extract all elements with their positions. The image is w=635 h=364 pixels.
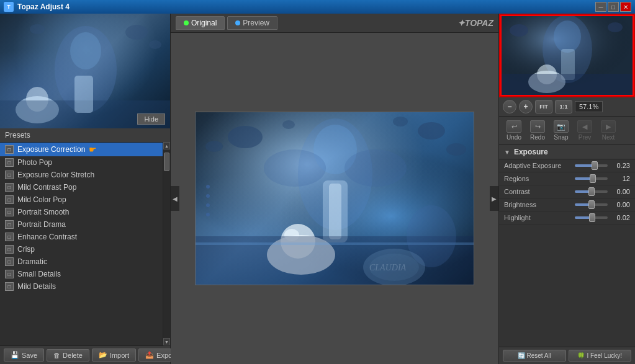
preset-item-icon: □: [5, 220, 14, 229]
preset-item[interactable]: □Portrait Smooth: [0, 206, 163, 218]
highlight-slider[interactable]: [575, 213, 608, 222]
nav-right-button[interactable]: ▶: [490, 186, 498, 211]
exposure-triangle-icon: ▼: [504, 149, 510, 156]
presets-list[interactable]: □Exposure Correction☛□Photo Pop□Exposure…: [0, 142, 163, 345]
preset-item[interactable]: □Enhance Contrast: [0, 231, 163, 243]
save-button[interactable]: 💾 Save: [4, 348, 44, 362]
svg-point-43: [510, 24, 528, 37]
slider-thumb[interactable]: [590, 174, 596, 183]
preset-item[interactable]: □Dramatic: [0, 255, 163, 268]
preset-item-label: Portrait Drama: [17, 220, 66, 229]
svg-text:CLAUDIA: CLAUDIA: [369, 263, 407, 272]
preset-item-icon: □: [5, 158, 14, 167]
preset-item-icon: □: [5, 270, 14, 278]
redo-icon: ↪: [530, 120, 545, 133]
svg-point-39: [554, 20, 581, 53]
zoom-controls: − + FIT 1:1 57.1%: [499, 97, 635, 117]
tab-preview[interactable]: Preview: [227, 16, 277, 30]
adaptive-exposure-slider[interactable]: [575, 161, 608, 170]
brightness-row: Brightness 0.00: [499, 198, 635, 211]
mini-preview-image: [500, 15, 634, 96]
close-button[interactable]: ✕: [620, 2, 631, 12]
svg-point-17: [228, 126, 263, 148]
exposure-section-label: Exposure: [514, 148, 548, 156]
undo-button[interactable]: ↩ Undo: [503, 119, 525, 142]
slider-track: [575, 203, 608, 206]
contrast-row: Contrast 0.00: [499, 185, 635, 198]
preset-item-label: Mild Contrast Pop: [17, 183, 76, 192]
hide-button[interactable]: Hide: [137, 113, 165, 125]
snap-button[interactable]: 📷 Snap: [550, 119, 572, 142]
zoom-out-button[interactable]: −: [503, 100, 516, 113]
left-panel: Hide Presets □Exposure Correction☛□Photo…: [0, 14, 171, 364]
nav-left-button[interactable]: ◀: [171, 186, 179, 211]
scroll-down-button[interactable]: ▼: [163, 338, 170, 345]
presets-scrollbar[interactable]: ▲ ▼: [163, 142, 170, 345]
preset-item-icon: □: [5, 208, 14, 216]
svg-point-19: [446, 143, 466, 156]
redo-button[interactable]: ↪ Redo: [526, 119, 549, 142]
topaz-logo: ✦TOPAZ: [457, 18, 493, 28]
slider-track: [575, 164, 608, 167]
mini-preview: [499, 14, 635, 97]
slider-thumb[interactable]: [588, 187, 595, 196]
slider-thumb[interactable]: [588, 200, 595, 209]
feel-lucky-button[interactable]: 🍀 I Feel Lucky!: [569, 350, 632, 362]
zoom-fit-button[interactable]: FIT: [535, 100, 552, 113]
preset-item[interactable]: □Mild Details: [0, 280, 163, 293]
exposure-section-header[interactable]: ▼ Exposure: [499, 145, 635, 159]
right-panel: − + FIT 1:1 57.1% ↩ Undo ↪ Redo 📷 Snap ◀…: [498, 14, 635, 364]
preset-item-icon: □: [5, 195, 14, 204]
maximize-button[interactable]: □: [608, 2, 619, 12]
adaptive-exposure-value: 0.23: [610, 162, 630, 169]
preset-item-icon: □: [5, 257, 14, 266]
next-button[interactable]: ▶ Next: [597, 119, 619, 142]
preset-item-icon: □: [5, 233, 14, 241]
reset-all-button[interactable]: 🔄 Reset All: [503, 350, 566, 362]
svg-point-31: [206, 185, 210, 189]
delete-button[interactable]: 🗑 Delete: [47, 349, 89, 362]
export-icon: 📤: [145, 351, 154, 359]
history-controls: ↩ Undo ↪ Redo 📷 Snap ◀ Prev ▶ Next: [499, 117, 635, 145]
brightness-label: Brightness: [504, 201, 572, 208]
app-title: Topaz Adjust 4: [17, 2, 592, 11]
preset-item[interactable]: □Exposure Color Stretch: [0, 169, 163, 181]
preset-item[interactable]: □Mild Color Pop: [0, 193, 163, 206]
import-button[interactable]: 📂 Import: [92, 348, 136, 362]
svg-point-14: [345, 149, 407, 187]
preset-item-icon: □: [5, 171, 14, 179]
zoom-1to1-button[interactable]: 1:1: [555, 100, 572, 113]
preset-item-icon: □: [5, 245, 14, 254]
preset-item[interactable]: □Crisp: [0, 243, 163, 255]
regions-slider[interactable]: [575, 174, 608, 183]
prev-button[interactable]: ◀ Prev: [574, 119, 596, 142]
preset-item[interactable]: □Photo Pop: [0, 156, 163, 169]
slider-thumb[interactable]: [592, 161, 598, 170]
preset-item-label: Photo Pop: [17, 158, 52, 167]
presets-label: Presets: [0, 128, 170, 142]
scroll-thumb[interactable]: [164, 153, 169, 171]
preset-item[interactable]: □Small Details: [0, 268, 163, 280]
preset-item-label: Mild Color Pop: [17, 195, 66, 204]
scroll-up-button[interactable]: ▲: [163, 142, 170, 149]
contrast-slider[interactable]: [575, 187, 608, 196]
import-icon: 📂: [99, 351, 107, 359]
preset-item[interactable]: □Exposure Correction☛: [0, 143, 163, 156]
adjustments-panel: ▼ Exposure Adaptive Exposure 0.23 Region…: [499, 145, 635, 347]
preset-item[interactable]: □Mild Contrast Pop: [0, 181, 163, 193]
prev-icon: ◀: [577, 120, 592, 133]
zoom-in-button[interactable]: +: [519, 100, 533, 113]
preset-item-label: Small Details: [17, 270, 61, 278]
bottom-toolbar: 💾 Save 🗑 Delete 📂 Import 📤 Export: [0, 345, 170, 364]
undo-icon: ↩: [507, 120, 521, 133]
svg-point-1: [70, 32, 101, 69]
slider-thumb[interactable]: [589, 213, 595, 222]
delete-icon: 🗑: [53, 352, 60, 359]
mini-preview-svg: [500, 15, 634, 96]
tab-bar: Original Preview ✦TOPAZ: [171, 14, 498, 33]
minimize-button[interactable]: ─: [595, 2, 606, 12]
preset-item[interactable]: □Portrait Drama: [0, 218, 163, 231]
thumbnail-image: [0, 14, 170, 128]
tab-original[interactable]: Original: [176, 16, 225, 30]
brightness-slider[interactable]: [575, 200, 608, 209]
